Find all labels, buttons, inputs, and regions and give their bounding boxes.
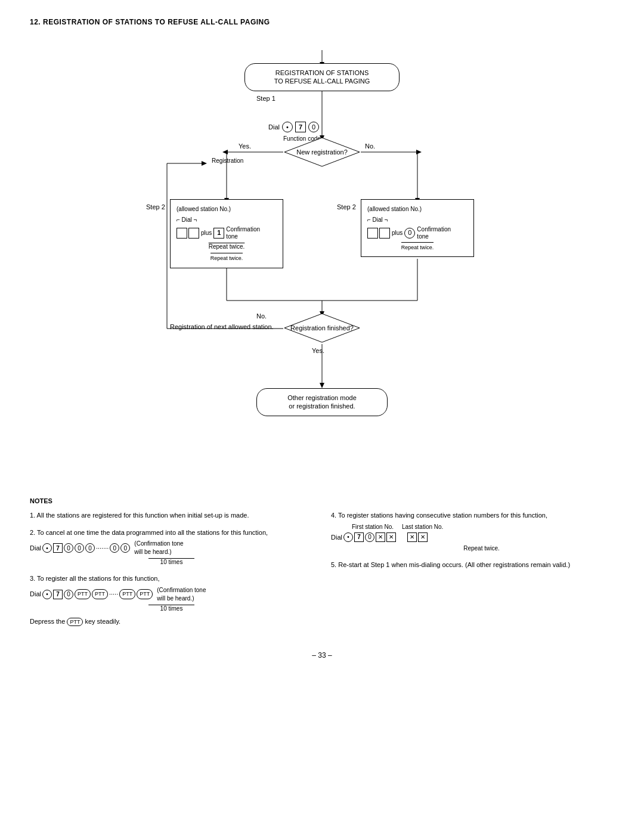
note-3-brace: 10 times (148, 605, 195, 612)
diamond2-label: Registration finished? (283, 324, 361, 332)
step2-right-plus-key: 0 (404, 228, 415, 239)
step2-right-dial-row: plus 0 Confirmationtone (367, 226, 467, 240)
step2-right-repeat: Repeat twice. (401, 242, 434, 252)
note-4-key-x1: ✕ (376, 532, 385, 542)
note-4-key-x3: ✕ (407, 532, 417, 542)
note-4-key-dot: • (343, 532, 353, 542)
step1-key-0: 0 (308, 122, 319, 132)
step2-left-repeat-label: Repeat twice. (177, 253, 277, 263)
note-3-key-7: 7 (53, 590, 63, 599)
page-container: 12. REGISTRATION OF STATIONS TO REFUSE A… (30, 18, 614, 659)
note-2-confirm-text: (Confirmation tonewill be heard.) (134, 540, 183, 556)
top-start-box: REGISTRATION OF STATIONSTO REFUSE ALL-CA… (244, 63, 400, 91)
note-3-dots: ····· (109, 589, 118, 599)
step2-left-dial-row: plus 1 Confirmationtone (177, 226, 277, 240)
svg-marker-21 (320, 383, 324, 388)
note-3: 3. To register all the stations for this… (30, 574, 313, 626)
note-4: 4. To register stations having consecuti… (331, 510, 614, 553)
step2-left-confirm: Confirmationtone (226, 226, 260, 240)
step2-right-plus: plus (392, 228, 402, 238)
note-4-dial-label: Dial (331, 532, 342, 543)
step2-left-plus: plus (201, 228, 212, 238)
step1-dial-row: Dial • 7 0 (268, 122, 319, 132)
note-2: 2. To cancel at one time the data progra… (30, 528, 313, 567)
step1-key-7: 7 (295, 122, 306, 132)
diamond1: New registration? (283, 137, 361, 168)
note-2-10times: 10 times (30, 558, 313, 566)
note-2-text: 2. To cancel at one time the data progra… (30, 528, 313, 538)
no2-label: No. (256, 312, 267, 320)
notes-title: NOTES (30, 497, 614, 504)
note-3-key-dot: • (42, 590, 52, 599)
note-3-ptt-1: PTT (75, 589, 91, 600)
step2-left-brace-open: ⌐ Dial ¬ (177, 215, 197, 225)
note-2-brace: 10 times (148, 558, 195, 565)
no-label: No. (365, 143, 375, 150)
final-box: Other registration modeor registration f… (256, 388, 388, 416)
note-3-ptt-depress: PTT (67, 618, 83, 626)
next-station-text: Registration of next allowed station. (170, 323, 274, 330)
note-4-key-x2: ✕ (386, 532, 396, 542)
svg-marker-3 (222, 150, 228, 154)
note-3-key-0: 0 (64, 590, 73, 599)
note-3-dial: Dial • 7 0 PTT PTT ····· PTT PTT (Confir… (30, 586, 313, 603)
diamond1-label: New registration? (283, 148, 361, 156)
note-2-key-dot: • (42, 543, 52, 553)
step2-right-label: Step 2 (337, 203, 356, 210)
step1-key-dot: • (282, 122, 293, 132)
svg-marker-7 (416, 150, 422, 154)
step2-left-plus-key: 1 (213, 228, 224, 239)
note-4-repeat: Repeat twice. (349, 544, 614, 553)
step2-right-key1 (367, 228, 378, 239)
notes-columns: 1. All the stations are registered for t… (30, 510, 614, 633)
note-2-key-o4: 0 (120, 543, 130, 553)
note-4-dial: Dial • 7 0 ✕ ✕ ✕ ✕ (331, 532, 614, 543)
note-2-key-o3: 0 (110, 543, 119, 553)
yes-label: Yes. (239, 143, 251, 150)
note-2-dial: Dial • 7 0 0 0 ······· 0 0 (Confirmation… (30, 540, 313, 556)
notes-section: NOTES 1. All the stations are registered… (30, 491, 614, 633)
page-title: 12. REGISTRATION OF STATIONS TO REFUSE A… (30, 18, 614, 26)
note-2-dial-label: Dial (30, 543, 41, 553)
note-5: 5. Re-start at Step 1 when mis-dialing o… (331, 560, 614, 570)
step2-left-allowed: (allowed station No.) (177, 205, 277, 214)
step1-label: Step 1 (256, 95, 275, 102)
note-2-key-7: 7 (53, 543, 63, 553)
yes2-label: Yes. (312, 347, 324, 354)
step2-left-repeat: Repeat twice. (209, 242, 245, 252)
note-3-confirm-text: (Confirmation tonewill be heard.) (157, 586, 206, 603)
step2-right-dial-brace: ⌐ Dial ¬ (367, 215, 467, 225)
step1-dial-text: Dial (268, 123, 280, 131)
step2-left-key1 (177, 228, 187, 239)
notes-right-column: 4. To register stations having consecuti… (331, 510, 614, 633)
note-4-key-0: 0 (365, 532, 374, 542)
step2-left-keys (177, 228, 199, 239)
step2-left-box: (allowed station No.) ⌐ Dial ¬ plus 1 Co… (170, 199, 283, 268)
note-1: 1. All the stations are registered for t… (30, 510, 313, 521)
step2-left-label: Step 2 (146, 203, 165, 210)
page-number: – 33 – (30, 651, 614, 659)
note-4-key-x4: ✕ (418, 532, 428, 542)
note-1-text: 1. All the stations are registered for t… (30, 510, 313, 521)
svg-marker-19 (202, 161, 207, 166)
step2-left-dial-brace: ⌐ Dial ¬ (177, 215, 277, 225)
step2-left-key2 (188, 228, 199, 239)
note-3-dial-label: Dial (30, 589, 41, 599)
step2-right-confirm: Confirmationtone (417, 226, 451, 240)
note-2-key-o1: 0 (75, 543, 84, 553)
registration-label: Registration (212, 157, 243, 164)
note-3-ptt-4: PTT (137, 589, 153, 600)
note-3-ptt-steady: Depress the PTT key steadily. (30, 617, 313, 627)
step2-right-box: (allowed station No.) ⌐ Dial ¬ plus 0 Co… (361, 199, 474, 257)
note-5-text: 5. Re-start at Step 1 when mis-dialing o… (331, 560, 614, 570)
note-4-station-labels: First station No. Last station No. (352, 522, 614, 531)
notes-left-column: 1. All the stations are registered for t… (30, 510, 313, 633)
note-4-key-7: 7 (354, 532, 364, 542)
step2-right-key2 (379, 228, 390, 239)
step2-right-allowed: (allowed station No.) (367, 205, 467, 214)
diamond2: Registration finished? (283, 312, 361, 343)
note-3-ptt-3: PTT (119, 589, 135, 600)
note-3-ptt-2: PTT (92, 589, 108, 600)
note-2-dots: ······· (96, 543, 109, 553)
note-2-key-o2: 0 (85, 543, 95, 553)
